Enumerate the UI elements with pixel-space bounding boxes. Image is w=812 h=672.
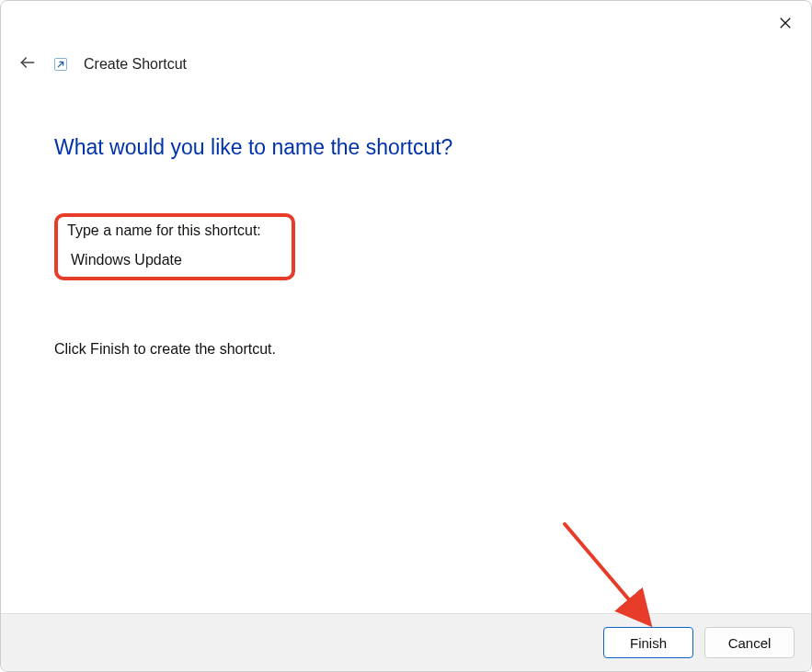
dialog-title: Create Shortcut [84,56,187,73]
back-arrow-icon [18,53,37,75]
name-field-label: Type a name for this shortcut: [65,222,284,239]
name-field-wrapper: Type a name for this shortcut: [54,213,758,280]
dialog-content: What would you like to name the shortcut… [1,78,811,613]
page-heading: What would you like to name the shortcut… [54,135,758,160]
finish-button[interactable]: Finish [603,627,693,658]
annotation-highlight-box: Type a name for this shortcut: [54,213,295,280]
instruction-text: Click Finish to create the shortcut. [54,341,758,358]
create-shortcut-dialog: Create Shortcut What would you like to n… [0,0,812,672]
titlebar-actions [1,1,811,38]
back-button[interactable] [17,54,38,74]
shortcut-name-input[interactable] [65,246,286,273]
dialog-header: Create Shortcut [1,38,811,78]
close-icon [777,15,794,35]
cancel-button[interactable]: Cancel [704,627,795,658]
shortcut-icon [52,56,69,73]
dialog-footer: Finish Cancel [1,613,811,671]
close-button[interactable] [772,12,798,38]
